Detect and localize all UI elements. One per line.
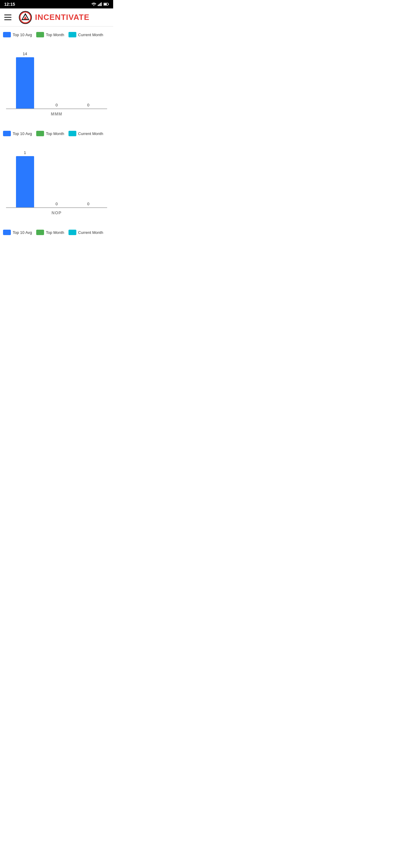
legend-top-month-label-nop: Top Month xyxy=(46,131,64,136)
legend-top-month-label-third: Top Month xyxy=(46,230,64,235)
bar-top10avg-nop xyxy=(16,156,34,207)
bar-value-topmonth-mmm: 0 xyxy=(56,103,58,107)
bar-value-top10avg-nop: 1 xyxy=(24,150,26,155)
legend-current-month-color-nop xyxy=(68,131,76,136)
baseline-nop xyxy=(6,207,107,208)
legend-current-month-color-third xyxy=(68,230,76,235)
legend-current-month-nop: Current Month xyxy=(68,131,103,136)
legend-current-month-label-third: Current Month xyxy=(78,230,103,235)
bar-value-currentmonth-mmm: 0 xyxy=(87,103,89,107)
legend-current-month-third: Current Month xyxy=(68,230,103,235)
bar-group-topmonth-mmm: 0 xyxy=(41,103,73,108)
bar-chart-nop-inner: 1 0 0 NOP xyxy=(6,141,107,215)
legend-current-month-label: Current Month xyxy=(78,33,103,37)
legend-top10avg-color-nop xyxy=(3,131,11,136)
hamburger-line-3 xyxy=(4,19,11,20)
baseline-mmm xyxy=(6,108,107,109)
signal-icon xyxy=(98,2,102,6)
bar-chart-mmm-inner: 14 0 0 MMM xyxy=(6,42,107,116)
legend-top-month-nop: Top Month xyxy=(36,131,64,136)
legend-top10avg-third: Top 10 Avg xyxy=(3,230,32,235)
bar-group-topmonth-nop: 0 xyxy=(41,202,73,207)
legend-mmm: Top 10 Avg Top Month Current Month xyxy=(3,32,110,37)
chart-section-third: Top 10 Avg Top Month Current Month xyxy=(0,224,113,243)
chart-label-mmm: MMM xyxy=(6,112,107,116)
logo-text: INCENTIVATE xyxy=(35,13,89,22)
legend-current-month-color xyxy=(68,32,76,37)
legend-top10avg-color xyxy=(3,32,11,37)
bar-value-currentmonth-nop: 0 xyxy=(87,202,89,206)
logo-icon xyxy=(19,11,32,24)
legend-current-month-label-nop: Current Month xyxy=(78,131,103,136)
logo-area: INCENTIVATE xyxy=(19,11,89,24)
legend-top10avg-nop: Top 10 Avg xyxy=(3,131,32,136)
bars-area-nop: 1 0 0 xyxy=(6,141,107,207)
legend-top-month-color-third xyxy=(36,230,44,235)
status-bar: 12:15 xyxy=(0,0,113,8)
status-time: 12:15 xyxy=(4,2,15,7)
bar-group-top10avg-nop: 1 xyxy=(9,150,41,207)
svg-point-0 xyxy=(93,5,94,6)
bar-value-top10avg-mmm: 14 xyxy=(23,52,27,56)
svg-rect-1 xyxy=(98,5,99,6)
svg-rect-4 xyxy=(101,2,102,6)
legend-top-month-third: Top Month xyxy=(36,230,64,235)
legend-top10avg-label-nop: Top 10 Avg xyxy=(13,131,32,136)
legend-top10avg-label-third: Top 10 Avg xyxy=(13,230,32,235)
hamburger-line-2 xyxy=(4,17,11,18)
bar-value-topmonth-nop: 0 xyxy=(56,202,58,206)
bar-group-currentmonth-mmm: 0 xyxy=(73,103,104,108)
svg-rect-7 xyxy=(104,3,107,5)
chart-label-nop: NOP xyxy=(6,210,107,215)
svg-rect-3 xyxy=(100,3,101,6)
header: INCENTIVATE xyxy=(0,8,113,27)
legend-top-month-color xyxy=(36,32,44,37)
legend-current-month: Current Month xyxy=(68,32,103,37)
bar-group-top10avg-mmm: 14 xyxy=(9,52,41,108)
bar-top10avg-mmm xyxy=(16,57,34,108)
legend-top10avg: Top 10 Avg xyxy=(3,32,32,37)
legend-top10avg-color-third xyxy=(3,230,11,235)
battery-icon xyxy=(104,2,109,6)
svg-rect-6 xyxy=(108,4,109,5)
legend-nop: Top 10 Avg Top Month Current Month xyxy=(3,131,110,136)
chart-section-nop: Top 10 Avg Top Month Current Month 1 0 xyxy=(0,125,113,218)
bars-area-mmm: 14 0 0 xyxy=(6,42,107,108)
status-icons xyxy=(91,2,109,6)
wifi-icon xyxy=(91,2,96,6)
legend-top10avg-label: Top 10 Avg xyxy=(13,33,32,37)
menu-button[interactable] xyxy=(4,12,15,23)
bar-chart-nop: 1 0 0 NOP xyxy=(3,141,110,215)
svg-rect-2 xyxy=(99,4,100,6)
legend-top-month: Top Month xyxy=(36,32,64,37)
bar-group-currentmonth-nop: 0 xyxy=(73,202,104,207)
legend-top-month-color-nop xyxy=(36,131,44,136)
legend-third: Top 10 Avg Top Month Current Month xyxy=(3,230,110,235)
hamburger-line-1 xyxy=(4,14,11,16)
bar-chart-mmm: 14 0 0 MMM xyxy=(3,42,110,116)
legend-top-month-label: Top Month xyxy=(46,33,64,37)
chart-section-mmm: Top 10 Avg Top Month Current Month 14 0 xyxy=(0,27,113,119)
